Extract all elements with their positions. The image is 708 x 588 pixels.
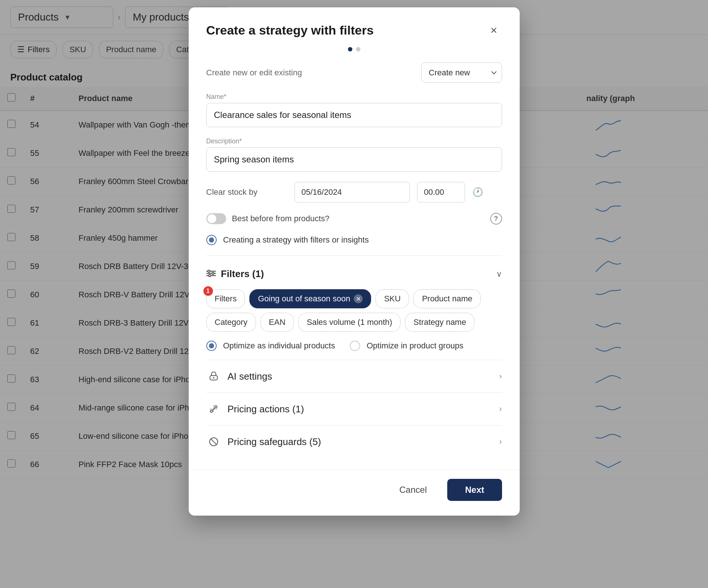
cancel-button[interactable]: Cancel: [386, 479, 440, 501]
svg-point-7: [213, 377, 214, 379]
strategy-option-label: Creating a strategy with filters or insi…: [223, 235, 369, 245]
optimize-individual-option: Optimize as individual products: [206, 341, 335, 351]
svg-line-14: [211, 439, 217, 445]
step-indicator: [189, 47, 520, 62]
svg-point-5: [209, 275, 211, 277]
filters-badge: 1 Filters: [206, 289, 245, 308]
best-before-row: Best before from products? ?: [206, 213, 502, 225]
name-label: Name*: [206, 93, 502, 101]
sales-volume-chip[interactable]: Sales volume (1 month): [298, 313, 401, 332]
active-filter-label: Going out of season soon: [258, 294, 350, 304]
svg-point-9: [215, 406, 217, 408]
sku-chip[interactable]: SKU: [376, 289, 409, 308]
clear-stock-time[interactable]: [417, 182, 465, 202]
clear-stock-row: Clear stock by 🕐: [206, 182, 502, 202]
modal-footer: Cancel Next: [189, 470, 520, 516]
category-chip[interactable]: Category: [206, 313, 256, 332]
filters-header-left: Filters (1): [206, 268, 264, 280]
clear-stock-date[interactable]: [295, 182, 410, 202]
modal-body: Create new or edit existing Create new E…: [189, 62, 520, 470]
pricing-safeguards-label: Pricing safeguards (5): [228, 436, 321, 448]
radio-inner: [209, 237, 214, 243]
ean-chip[interactable]: EAN: [260, 313, 294, 332]
step-dot-1: [348, 47, 352, 51]
ai-settings-icon: [206, 369, 221, 384]
pricing-actions-left: Pricing actions (1): [206, 402, 304, 416]
filters-section: Filters (1) ∨ 1 Filters Going out of sea…: [206, 265, 502, 354]
modal-header: Create a strategy with filters ×: [189, 7, 520, 47]
modal-title: Create a strategy with filters: [206, 23, 374, 37]
svg-point-4: [212, 272, 214, 275]
step-dot-2: [356, 47, 360, 51]
ai-settings-chevron: ›: [499, 372, 502, 381]
optimize-individual-label: Optimize as individual products: [223, 341, 335, 351]
filters-badge-num: 1: [203, 286, 213, 296]
time-icon: 🕐: [472, 187, 483, 197]
pricing-actions-chevron: ›: [499, 404, 502, 414]
optimize-groups-radio[interactable]: [350, 341, 360, 351]
ai-settings-accordion: AI settings ›: [206, 360, 502, 392]
svg-point-8: [210, 410, 213, 412]
create-edit-row: Create new or edit existing Create new E…: [206, 62, 502, 83]
modal-overlay: Create a strategy with filters × Create …: [0, 0, 708, 588]
create-edit-select[interactable]: Create new Edit existing: [421, 62, 502, 83]
ai-settings-row[interactable]: AI settings ›: [206, 369, 502, 384]
optimize-groups-option: Optimize in product groups: [350, 341, 463, 351]
pricing-safeguards-chevron: ›: [499, 437, 502, 447]
name-input[interactable]: [206, 103, 502, 127]
clear-stock-label: Clear stock by: [206, 187, 287, 197]
optimize-individual-radio[interactable]: [206, 341, 217, 351]
description-input[interactable]: [206, 147, 502, 172]
optimize-row: Optimize as individual products Optimize…: [206, 335, 502, 354]
best-before-toggle[interactable]: [206, 213, 226, 224]
svg-point-3: [208, 270, 210, 272]
description-field-row: Description*: [206, 137, 502, 172]
pricing-actions-icon: [206, 402, 221, 416]
pricing-safeguards-left: Pricing safeguards (5): [206, 434, 321, 449]
best-before-label: Best before from products?: [232, 214, 484, 223]
product-name-chip[interactable]: Product name: [413, 289, 481, 308]
pricing-actions-label: Pricing actions (1): [228, 404, 304, 415]
filters-chevron: ∨: [496, 269, 502, 279]
optimize-individual-inner: [209, 343, 214, 348]
modal-close-button[interactable]: ×: [486, 22, 502, 38]
toggle-slider: [206, 213, 226, 224]
create-edit-label: Create new or edit existing: [206, 68, 302, 78]
divider-1: [206, 255, 502, 256]
remove-filter-button[interactable]: ✕: [354, 294, 363, 303]
pricing-safeguards-icon: [206, 434, 221, 449]
filters-header[interactable]: Filters (1) ∨: [206, 265, 502, 283]
pricing-safeguards-row[interactable]: Pricing safeguards (5) ›: [206, 434, 502, 449]
strategy-option-row: Creating a strategy with filters or insi…: [206, 235, 502, 245]
pricing-actions-row[interactable]: Pricing actions (1) ›: [206, 402, 502, 416]
optimize-groups-label: Optimize in product groups: [367, 341, 463, 351]
filter-chips-row: 1 Filters Going out of season soon ✕ SKU…: [206, 283, 502, 335]
pricing-actions-accordion: Pricing actions (1) ›: [206, 392, 502, 425]
modal: Create a strategy with filters × Create …: [189, 7, 520, 516]
active-filter-chip[interactable]: Going out of season soon ✕: [249, 289, 371, 308]
pricing-safeguards-accordion: Pricing safeguards (5) ›: [206, 425, 502, 458]
filter-section-icon: [206, 270, 216, 279]
ai-settings-label: AI settings: [228, 371, 272, 382]
filters-section-title: Filters (1): [221, 268, 264, 280]
help-icon[interactable]: ?: [490, 213, 502, 225]
strategy-radio[interactable]: [206, 235, 217, 245]
next-button[interactable]: Next: [447, 479, 502, 501]
strategy-name-chip[interactable]: Strategy name: [405, 313, 474, 332]
ai-settings-left: AI settings: [206, 369, 272, 384]
description-label: Description*: [206, 137, 502, 145]
name-field-row: Name*: [206, 93, 502, 127]
